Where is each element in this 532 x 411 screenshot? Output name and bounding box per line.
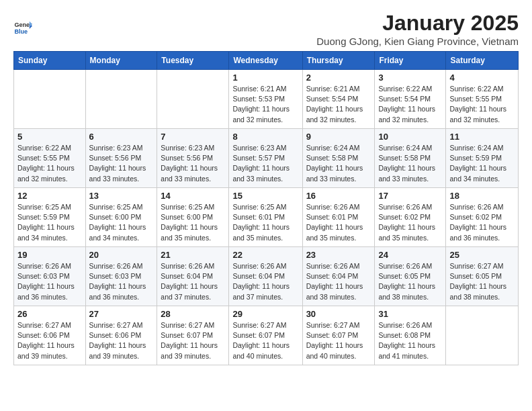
calendar-week-1: 1Sunrise: 6:21 AM Sunset: 5:53 PM Daylig…: [14, 70, 519, 129]
subtitle: Duong GJong, Kien Giang Province, Vietna…: [316, 36, 519, 47]
col-saturday: Saturday: [446, 52, 519, 70]
header: General Blue January 2025 Duong GJong, K…: [13, 11, 519, 47]
calendar-week-2: 5Sunrise: 6:22 AM Sunset: 5:55 PM Daylig…: [14, 129, 519, 188]
day-number: 7: [161, 132, 225, 142]
day-number: 16: [306, 191, 371, 201]
day-number: 30: [306, 309, 371, 319]
day-number: 3: [378, 73, 442, 83]
day-number: 11: [449, 132, 515, 142]
table-row: 15Sunrise: 6:25 AM Sunset: 6:01 PM Dayli…: [229, 188, 302, 247]
table-row: 16Sunrise: 6:26 AM Sunset: 6:01 PM Dayli…: [302, 188, 375, 247]
day-info: Sunrise: 6:26 AM Sunset: 6:03 PM Dayligh…: [17, 261, 82, 302]
table-row: 7Sunrise: 6:23 AM Sunset: 5:56 PM Daylig…: [157, 129, 229, 188]
day-info: Sunrise: 6:25 AM Sunset: 6:00 PM Dayligh…: [89, 202, 154, 243]
day-info: Sunrise: 6:27 AM Sunset: 6:06 PM Dayligh…: [89, 320, 154, 361]
day-info: Sunrise: 6:26 AM Sunset: 6:02 PM Dayligh…: [449, 202, 515, 243]
day-info: Sunrise: 6:23 AM Sunset: 5:56 PM Dayligh…: [89, 143, 154, 184]
day-info: Sunrise: 6:22 AM Sunset: 5:55 PM Dayligh…: [449, 84, 515, 125]
day-number: 20: [89, 250, 154, 260]
table-row: 27Sunrise: 6:27 AM Sunset: 6:06 PM Dayli…: [85, 306, 157, 365]
table-row: 3Sunrise: 6:22 AM Sunset: 5:54 PM Daylig…: [375, 70, 446, 129]
day-info: Sunrise: 6:26 AM Sunset: 6:01 PM Dayligh…: [306, 202, 371, 243]
table-row: 21Sunrise: 6:26 AM Sunset: 6:04 PM Dayli…: [157, 247, 229, 306]
table-row: 9Sunrise: 6:24 AM Sunset: 5:58 PM Daylig…: [302, 129, 375, 188]
day-info: Sunrise: 6:24 AM Sunset: 5:58 PM Dayligh…: [378, 143, 442, 184]
day-info: Sunrise: 6:26 AM Sunset: 6:02 PM Dayligh…: [378, 202, 442, 243]
day-number: 6: [89, 132, 154, 142]
day-number: 24: [378, 250, 442, 260]
day-info: Sunrise: 6:22 AM Sunset: 5:55 PM Dayligh…: [17, 143, 82, 184]
svg-text:Blue: Blue: [14, 28, 28, 35]
col-tuesday: Tuesday: [157, 52, 229, 70]
day-number: 15: [232, 191, 298, 201]
table-row: [85, 70, 157, 129]
day-info: Sunrise: 6:24 AM Sunset: 5:59 PM Dayligh…: [449, 143, 515, 184]
calendar-week-4: 19Sunrise: 6:26 AM Sunset: 6:03 PM Dayli…: [14, 247, 519, 306]
table-row: 26Sunrise: 6:27 AM Sunset: 6:06 PM Dayli…: [14, 306, 86, 365]
table-row: [157, 70, 229, 129]
table-row: 19Sunrise: 6:26 AM Sunset: 6:03 PM Dayli…: [14, 247, 86, 306]
col-friday: Friday: [375, 52, 446, 70]
table-row: 14Sunrise: 6:25 AM Sunset: 6:00 PM Dayli…: [157, 188, 229, 247]
day-number: 10: [378, 132, 442, 142]
day-info: Sunrise: 6:27 AM Sunset: 6:07 PM Dayligh…: [232, 320, 298, 361]
day-number: 25: [449, 250, 515, 260]
day-number: 4: [449, 73, 515, 83]
table-row: 30Sunrise: 6:27 AM Sunset: 6:07 PM Dayli…: [302, 306, 375, 365]
col-wednesday: Wednesday: [229, 52, 302, 70]
table-row: 5Sunrise: 6:22 AM Sunset: 5:55 PM Daylig…: [14, 129, 86, 188]
table-row: 23Sunrise: 6:26 AM Sunset: 6:04 PM Dayli…: [302, 247, 375, 306]
day-number: 17: [378, 191, 442, 201]
col-sunday: Sunday: [14, 52, 86, 70]
day-info: Sunrise: 6:26 AM Sunset: 6:05 PM Dayligh…: [378, 261, 442, 302]
table-row: 24Sunrise: 6:26 AM Sunset: 6:05 PM Dayli…: [375, 247, 446, 306]
col-thursday: Thursday: [302, 52, 375, 70]
day-number: 1: [232, 73, 298, 83]
table-row: 8Sunrise: 6:23 AM Sunset: 5:57 PM Daylig…: [229, 129, 302, 188]
day-info: Sunrise: 6:27 AM Sunset: 6:05 PM Dayligh…: [449, 261, 515, 302]
table-row: 22Sunrise: 6:26 AM Sunset: 6:04 PM Dayli…: [229, 247, 302, 306]
table-row: 2Sunrise: 6:21 AM Sunset: 5:54 PM Daylig…: [302, 70, 375, 129]
day-info: Sunrise: 6:26 AM Sunset: 6:04 PM Dayligh…: [161, 261, 225, 302]
day-info: Sunrise: 6:27 AM Sunset: 6:07 PM Dayligh…: [306, 320, 371, 361]
table-row: [446, 306, 519, 365]
day-info: Sunrise: 6:26 AM Sunset: 6:03 PM Dayligh…: [89, 261, 154, 302]
day-number: 14: [161, 191, 225, 201]
day-number: 8: [232, 132, 298, 142]
col-monday: Monday: [85, 52, 157, 70]
month-title: January 2025: [316, 11, 519, 36]
day-info: Sunrise: 6:23 AM Sunset: 5:56 PM Dayligh…: [161, 143, 225, 184]
day-number: 13: [89, 191, 154, 201]
day-info: Sunrise: 6:23 AM Sunset: 5:57 PM Dayligh…: [232, 143, 298, 184]
day-number: 27: [89, 309, 154, 319]
day-number: 21: [161, 250, 225, 260]
table-row: 4Sunrise: 6:22 AM Sunset: 5:55 PM Daylig…: [446, 70, 519, 129]
day-number: 26: [17, 309, 82, 319]
table-row: 29Sunrise: 6:27 AM Sunset: 6:07 PM Dayli…: [229, 306, 302, 365]
calendar-header-row: Sunday Monday Tuesday Wednesday Thursday…: [14, 52, 519, 70]
day-info: Sunrise: 6:26 AM Sunset: 6:04 PM Dayligh…: [232, 261, 298, 302]
day-number: 5: [17, 132, 82, 142]
day-info: Sunrise: 6:25 AM Sunset: 6:01 PM Dayligh…: [232, 202, 298, 243]
logo: General Blue: [13, 19, 32, 38]
calendar-week-5: 26Sunrise: 6:27 AM Sunset: 6:06 PM Dayli…: [14, 306, 519, 365]
table-row: 11Sunrise: 6:24 AM Sunset: 5:59 PM Dayli…: [446, 129, 519, 188]
title-block: January 2025 Duong GJong, Kien Giang Pro…: [316, 11, 519, 47]
day-info: Sunrise: 6:24 AM Sunset: 5:58 PM Dayligh…: [306, 143, 371, 184]
day-info: Sunrise: 6:26 AM Sunset: 6:04 PM Dayligh…: [306, 261, 371, 302]
calendar-table: Sunday Monday Tuesday Wednesday Thursday…: [13, 51, 519, 365]
day-number: 22: [232, 250, 298, 260]
day-number: 9: [306, 132, 371, 142]
day-number: 18: [449, 191, 515, 201]
table-row: 18Sunrise: 6:26 AM Sunset: 6:02 PM Dayli…: [446, 188, 519, 247]
day-number: 23: [306, 250, 371, 260]
day-info: Sunrise: 6:25 AM Sunset: 6:00 PM Dayligh…: [161, 202, 225, 243]
table-row: 20Sunrise: 6:26 AM Sunset: 6:03 PM Dayli…: [85, 247, 157, 306]
table-row: 12Sunrise: 6:25 AM Sunset: 5:59 PM Dayli…: [14, 188, 86, 247]
table-row: 31Sunrise: 6:26 AM Sunset: 6:08 PM Dayli…: [375, 306, 446, 365]
day-info: Sunrise: 6:22 AM Sunset: 5:54 PM Dayligh…: [378, 84, 442, 125]
day-number: 29: [232, 309, 298, 319]
day-number: 28: [161, 309, 225, 319]
table-row: 1Sunrise: 6:21 AM Sunset: 5:53 PM Daylig…: [229, 70, 302, 129]
calendar-week-3: 12Sunrise: 6:25 AM Sunset: 5:59 PM Dayli…: [14, 188, 519, 247]
